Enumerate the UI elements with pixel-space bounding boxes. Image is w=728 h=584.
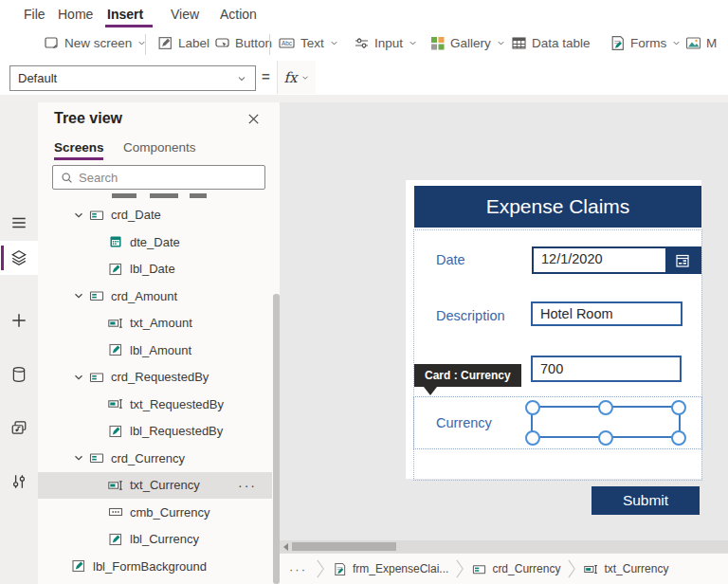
- scroll-left-arrow-icon[interactable]: [283, 543, 288, 551]
- gallery-dropdown[interactable]: Gallery: [429, 35, 506, 51]
- tree-item-crd_Amount[interactable]: crd_Amount: [38, 283, 272, 310]
- date-field-label[interactable]: Date: [436, 252, 465, 267]
- new-screen-button[interactable]: New screen: [44, 35, 147, 51]
- resize-handle-top-center[interactable]: [598, 400, 613, 415]
- card-icon: [89, 450, 104, 465]
- resize-handle-bottom-center[interactable]: [598, 430, 613, 446]
- tree-panel-scrollbar[interactable]: [273, 294, 280, 584]
- tree-item-txt_Amount[interactable]: txt_Amount: [38, 310, 272, 338]
- tree-view-panel: Tree view Screens Components Search crd_…: [38, 102, 280, 584]
- menu-insert[interactable]: Insert: [107, 7, 143, 22]
- description-input[interactable]: Hotel Room: [531, 301, 682, 326]
- text-dropdown[interactable]: Text: [278, 35, 339, 51]
- menu-view[interactable]: View: [171, 7, 199, 22]
- combobox-icon: [108, 504, 123, 520]
- tree-item-dte_Date[interactable]: dte_Date: [38, 228, 272, 256]
- breadcrumb-item-form[interactable]: frm_ExpenseClai...: [333, 562, 448, 576]
- tree-view-icon[interactable]: [10, 249, 27, 266]
- selection-tooltip: Card : Currency: [414, 364, 521, 387]
- text-input-icon: [108, 396, 123, 411]
- currency-field-label[interactable]: Currency: [436, 415, 492, 430]
- resize-handle-bottom-right[interactable]: [671, 430, 686, 446]
- formula-input[interactable]: [316, 61, 728, 94]
- search-icon: [61, 172, 73, 184]
- chevron-down-icon[interactable]: [72, 451, 85, 465]
- breadcrumb-item-card[interactable]: crd_Currency: [472, 562, 560, 576]
- tree-item-txt_RequestedBy[interactable]: txt_RequestedBy: [38, 391, 272, 418]
- plus-icon[interactable]: [10, 312, 27, 329]
- resize-handle-top-left[interactable]: [525, 400, 540, 415]
- formula-bar: Default = fx: [0, 61, 728, 96]
- text-input-icon: [584, 562, 598, 576]
- form-icon: [333, 562, 347, 576]
- menu-home[interactable]: Home: [58, 7, 93, 22]
- tree-item-lbl_Currency[interactable]: lbl_Currency: [38, 526, 272, 554]
- toolbar-divider: [145, 34, 146, 55]
- app-canvas[interactable]: Expense Claims Date 12/1/2020 Descriptio…: [280, 102, 728, 553]
- data-table-button[interactable]: Data table: [511, 35, 591, 51]
- input-icon: [354, 35, 370, 51]
- label-icon: [108, 262, 123, 277]
- chevron-down-icon: [329, 38, 339, 48]
- calendar-icon: [675, 253, 690, 268]
- text-input-icon: [108, 316, 123, 331]
- search-input[interactable]: Search: [52, 165, 265, 190]
- chevron-down-icon[interactable]: [72, 209, 85, 222]
- date-picker-icon: [108, 234, 123, 249]
- tree-item-cmb_Currency[interactable]: cmb_Currency: [38, 499, 272, 526]
- form-title-bar[interactable]: Expense Claims: [414, 186, 701, 228]
- card-icon: [89, 370, 104, 385]
- input-dropdown[interactable]: Input: [354, 35, 418, 51]
- breadcrumb-item-textinput[interactable]: txt_Currency: [584, 562, 668, 576]
- hamburger-icon[interactable]: [10, 214, 27, 231]
- breadcrumb-overflow[interactable]: ···: [289, 562, 307, 576]
- menu-bar: File Home Insert View Action: [0, 0, 728, 29]
- date-picker-field[interactable]: 12/1/2020: [532, 246, 701, 274]
- tree-item-txt_Currency-selected[interactable]: txt_Currency ···: [38, 472, 272, 500]
- resize-handle-bottom-left[interactable]: [525, 430, 540, 446]
- label-button[interactable]: Label: [157, 35, 209, 51]
- forms-dropdown[interactable]: Forms: [610, 35, 682, 51]
- chevron-down-icon[interactable]: [72, 289, 85, 302]
- fx-dropdown[interactable]: fx: [277, 61, 317, 94]
- tab-screens[interactable]: Screens: [54, 140, 104, 155]
- tab-components[interactable]: Components: [123, 140, 196, 155]
- tree-item-lbl_RequestedBy[interactable]: lbl_RequestedBy: [38, 418, 272, 446]
- tree-item-crd_Currency[interactable]: crd_Currency: [38, 445, 272, 472]
- media-dropdown[interactable]: M: [685, 35, 717, 51]
- text-icon: [278, 35, 296, 51]
- data-table-icon: [511, 35, 527, 51]
- label-icon: [108, 342, 123, 357]
- card-icon: [472, 562, 486, 576]
- submit-button[interactable]: Submit: [592, 486, 700, 515]
- menu-action[interactable]: Action: [220, 7, 257, 22]
- media-panel-icon[interactable]: [10, 419, 27, 436]
- chevron-down-icon: [408, 38, 418, 48]
- chevron-down-icon: [496, 38, 506, 48]
- more-options-icon[interactable]: ···: [238, 478, 257, 493]
- tree-item-lbl_Date[interactable]: lbl_Date: [38, 256, 272, 283]
- text-input-icon: [108, 478, 123, 493]
- property-selector[interactable]: Default: [9, 65, 256, 91]
- active-tab-underline: [54, 157, 103, 160]
- button-button[interactable]: Button: [214, 35, 272, 51]
- tree-item-crd_RequestedBy[interactable]: crd_RequestedBy: [38, 364, 272, 392]
- amount-input[interactable]: 700: [531, 356, 682, 382]
- chevron-down-icon: [236, 73, 247, 84]
- tree-item-lbl_Amount[interactable]: lbl_Amount: [38, 337, 272, 364]
- close-icon[interactable]: [246, 112, 261, 126]
- calendar-button[interactable]: [665, 248, 700, 272]
- data-sources-icon[interactable]: [10, 366, 27, 383]
- resize-handle-top-right[interactable]: [671, 400, 686, 415]
- tooltip-pointer: [424, 387, 437, 395]
- description-field-label[interactable]: Description: [436, 308, 505, 323]
- tree-item-crd_Date[interactable]: crd_Date: [38, 202, 272, 229]
- horizontal-scrollbar-thumb[interactable]: [292, 542, 396, 551]
- breadcrumb-separator-icon: [316, 558, 326, 579]
- date-value[interactable]: 12/1/2020: [534, 248, 665, 272]
- tree-item-lbl_FormBackground[interactable]: lbl_FormBackground: [38, 553, 272, 580]
- chevron-down-icon: [671, 38, 682, 48]
- menu-file[interactable]: File: [24, 7, 46, 22]
- chevron-down-icon[interactable]: [72, 371, 85, 384]
- advanced-tools-icon[interactable]: [10, 473, 27, 490]
